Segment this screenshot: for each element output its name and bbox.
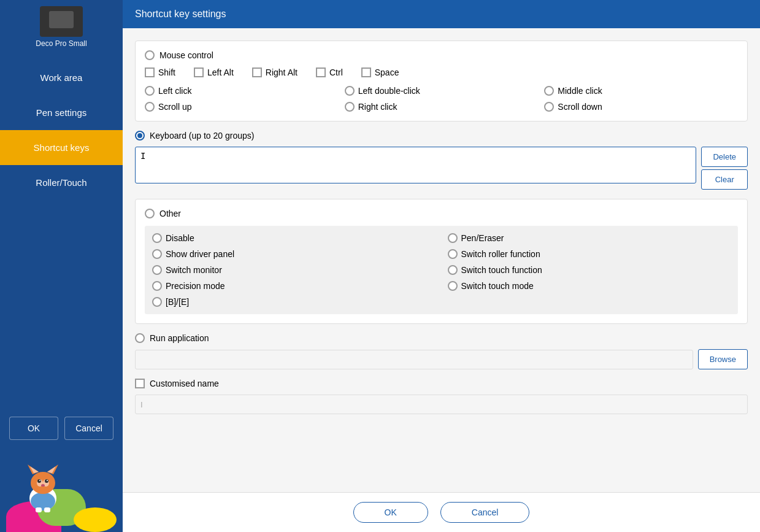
svg-point-12 <box>47 480 48 481</box>
other-switch-touch-mode[interactable]: Switch touch mode <box>448 281 731 291</box>
disable-label: Disable <box>166 233 194 243</box>
pen-eraser-radio[interactable] <box>448 233 458 243</box>
other-switch-touch-fn[interactable]: Switch touch function <box>448 265 731 275</box>
show-driver-radio[interactable] <box>152 249 162 259</box>
customised-name-label[interactable]: Customised name <box>150 379 219 388</box>
footer-cancel-button[interactable]: Cancel <box>440 502 530 523</box>
show-driver-label: Show driver panel <box>166 249 234 259</box>
run-app-input[interactable] <box>135 350 693 369</box>
dialog: Shortcut key settings Mouse control Shif… <box>123 0 760 532</box>
switch-monitor-label: Switch monitor <box>166 265 222 275</box>
sidebar-item-roller-touch[interactable]: Roller/Touch <box>0 165 123 200</box>
left-alt-label: Left Alt <box>207 67 234 77</box>
sidebar-item-pen-settings[interactable]: Pen settings <box>0 95 123 130</box>
sidebar-item-shortcut-keys[interactable]: Shortcut keys <box>0 130 123 165</box>
switch-touch-fn-label: Switch touch function <box>461 265 542 275</box>
click-left[interactable]: Left click <box>145 86 339 96</box>
other-precision-mode[interactable]: Precision mode <box>152 281 436 291</box>
middle-click-label: Middle click <box>558 86 602 96</box>
click-middle[interactable]: Middle click <box>544 86 738 96</box>
svg-point-13 <box>41 484 45 487</box>
click-right[interactable]: Right click <box>345 102 539 112</box>
click-scroll-down[interactable]: Scroll down <box>544 102 738 112</box>
middle-click-radio[interactable] <box>544 86 554 96</box>
left-double-click-radio[interactable] <box>345 86 355 96</box>
run-application-section: Run application Browse <box>135 333 748 369</box>
precision-mode-radio[interactable] <box>152 281 162 291</box>
browse-button[interactable]: Browse <box>698 349 748 369</box>
mascot-fox <box>15 458 71 514</box>
delete-button[interactable]: Delete <box>701 147 748 167</box>
sidebar-item-work-area[interactable]: Work area <box>0 60 123 95</box>
left-click-radio[interactable] <box>145 86 155 96</box>
disable-radio[interactable] <box>152 233 162 243</box>
sidebar: Deco Pro Small Work area Pen settings Sh… <box>0 0 123 532</box>
customised-name-checkbox[interactable] <box>135 379 145 388</box>
modifier-left-alt[interactable]: Left Alt <box>194 67 234 77</box>
precision-mode-label: Precision mode <box>166 281 225 291</box>
right-click-radio[interactable] <box>345 102 355 112</box>
switch-roller-label: Switch roller function <box>461 249 540 259</box>
bye-radio[interactable] <box>152 297 162 307</box>
click-scroll-up[interactable]: Scroll up <box>145 102 339 112</box>
custom-name-header: Customised name <box>135 379 748 388</box>
modifier-right-alt[interactable]: Right Alt <box>252 67 297 77</box>
svg-rect-15 <box>44 507 50 512</box>
sidebar-bottom-buttons: OK Cancel <box>0 411 123 446</box>
device-logo <box>40 6 83 37</box>
other-radio[interactable] <box>145 209 155 218</box>
other-switch-roller[interactable]: Switch roller function <box>448 249 731 259</box>
sidebar-nav: Work area Pen settings Shortcut keys Rol… <box>0 60 123 200</box>
modifier-ctrl[interactable]: Ctrl <box>316 67 343 77</box>
shift-checkbox[interactable] <box>145 67 155 77</box>
run-app-header: Run application <box>135 333 748 343</box>
other-header: Other <box>145 209 738 218</box>
other-pen-eraser[interactable]: Pen/Eraser <box>448 233 731 243</box>
ctrl-checkbox[interactable] <box>316 67 326 77</box>
ctrl-label: Ctrl <box>329 67 343 77</box>
clear-button[interactable]: Clear <box>701 169 748 190</box>
svg-point-1 <box>31 492 55 511</box>
bye-label: [B]/[E] <box>166 297 189 307</box>
switch-roller-radio[interactable] <box>448 249 458 259</box>
switch-touch-mode-radio[interactable] <box>448 281 458 291</box>
space-label: Space <box>375 67 399 77</box>
customised-name-input[interactable] <box>135 395 748 414</box>
ok-button[interactable]: OK <box>9 417 58 440</box>
keyboard-radio[interactable] <box>135 131 145 141</box>
main-content: Shortcut key settings Mouse control Shif… <box>123 0 760 532</box>
customised-name-section: Customised name <box>135 379 748 414</box>
click-left-double[interactable]: Left double-click <box>345 86 539 96</box>
modifiers-row: Shift Left Alt Right Alt Ctrl <box>145 67 738 77</box>
other-label[interactable]: Other <box>159 209 181 218</box>
other-switch-monitor[interactable]: Switch monitor <box>152 265 436 275</box>
modifier-space[interactable]: Space <box>361 67 399 77</box>
scroll-down-label: Scroll down <box>558 102 602 112</box>
cancel-button[interactable]: Cancel <box>64 417 113 440</box>
run-app-radio[interactable] <box>135 333 145 343</box>
keyboard-input[interactable]: I <box>135 147 696 183</box>
mouse-control-label[interactable]: Mouse control <box>159 50 213 60</box>
svg-point-11 <box>39 480 40 481</box>
switch-touch-mode-label: Switch touch mode <box>461 281 534 291</box>
scroll-down-radio[interactable] <box>544 102 554 112</box>
space-checkbox[interactable] <box>361 67 371 77</box>
switch-touch-fn-radio[interactable] <box>448 265 458 275</box>
switch-monitor-radio[interactable] <box>152 265 162 275</box>
left-alt-checkbox[interactable] <box>194 67 204 77</box>
other-show-driver[interactable]: Show driver panel <box>152 249 436 259</box>
footer-ok-button[interactable]: OK <box>353 502 428 523</box>
other-disable[interactable]: Disable <box>152 233 436 243</box>
run-app-label[interactable]: Run application <box>150 333 209 343</box>
scroll-up-label: Scroll up <box>158 102 191 112</box>
keyboard-label[interactable]: Keyboard (up to 20 groups) <box>150 131 254 141</box>
modifier-shift[interactable]: Shift <box>145 67 175 77</box>
right-alt-checkbox[interactable] <box>252 67 262 77</box>
left-click-label: Left click <box>158 86 191 96</box>
other-bye[interactable]: [B]/[E] <box>152 297 436 307</box>
scroll-up-radio[interactable] <box>145 102 155 112</box>
other-section: Other Disable Pen/Eraser Show driver pan… <box>135 199 748 324</box>
mouse-control-radio[interactable] <box>145 50 155 60</box>
right-alt-label: Right Alt <box>266 67 297 77</box>
device-name: Deco Pro Small <box>36 39 86 48</box>
